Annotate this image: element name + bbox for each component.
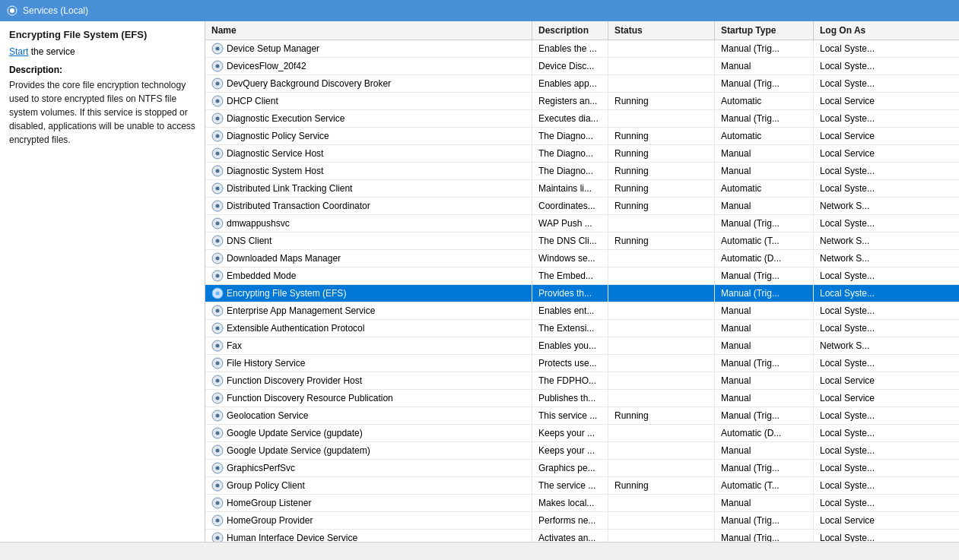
service-logon-cell: Local Syste... — [814, 58, 959, 74]
col-header-name[interactable]: Name — [205, 21, 532, 40]
table-row[interactable]: Google Update Service (gupdatem)Keeps yo… — [205, 442, 959, 460]
service-description-cell: This service ... — [532, 407, 608, 424]
svg-point-71 — [216, 152, 220, 156]
service-logon-cell: Local Service — [814, 512, 959, 529]
table-row[interactable]: Diagnostic Policy ServiceThe Diagno...Ru… — [205, 128, 959, 145]
table-row[interactable]: DevicesFlow_20f42Device Disc...ManualLoc… — [205, 58, 959, 75]
table-row[interactable]: Enterprise App Management ServiceEnables… — [205, 302, 959, 320]
service-logon-cell: Local Service — [814, 128, 959, 144]
service-name: File History Service — [227, 358, 305, 369]
table-row[interactable]: Downloaded Maps ManagerWindows se...Auto… — [205, 250, 959, 267]
service-description-cell: Makes local... — [532, 495, 608, 511]
gear-icon — [211, 78, 224, 90]
service-status-cell — [608, 302, 715, 319]
svg-point-251 — [216, 467, 220, 470]
service-name-cell: Embedded Mode — [205, 267, 532, 284]
gear-icon — [211, 182, 224, 195]
table-row[interactable]: Geolocation ServiceThis service ...Runni… — [205, 407, 959, 425]
service-startup-cell: Manual — [715, 390, 814, 407]
action-suffix: the service — [31, 46, 75, 57]
service-name-cell: Downloaded Maps Manager — [205, 250, 532, 267]
service-name-cell: Encrypting File System (EFS) — [205, 285, 532, 302]
service-logon-cell: Local Syste... — [814, 320, 959, 337]
gear-icon — [211, 112, 224, 125]
svg-point-221 — [216, 414, 220, 418]
table-row[interactable]: Device Setup ManagerEnables the ...Manua… — [205, 40, 959, 58]
service-status-cell — [608, 285, 715, 302]
service-name: Human Interface Device Service — [227, 533, 357, 542]
service-logon-cell: Local Syste... — [814, 425, 959, 441]
gear-icon — [211, 200, 224, 212]
service-startup-cell: Manual — [715, 320, 814, 337]
service-status-cell: Running — [608, 233, 715, 249]
table-row[interactable]: Extensible Authentication ProtocolThe Ex… — [205, 320, 959, 337]
col-header-description[interactable]: Description — [532, 21, 608, 40]
svg-point-151 — [216, 292, 220, 296]
services-title-icon — [6, 5, 18, 17]
gear-icon — [211, 357, 224, 369]
service-description-cell: The Diagno... — [532, 128, 608, 144]
service-startup-cell: Manual (Trig... — [715, 355, 814, 372]
service-logon-cell: Local Service — [814, 372, 959, 389]
service-name: HomeGroup Provider — [227, 515, 313, 526]
col-header-logon[interactable]: Log On As — [814, 21, 959, 40]
service-startup-cell: Manual — [715, 442, 814, 459]
table-row[interactable]: Group Policy ClientThe service ...Runnin… — [205, 477, 959, 495]
service-logon-cell: Local Syste... — [814, 407, 959, 424]
service-description-cell: Windows se... — [532, 250, 608, 267]
table-row[interactable]: DNS ClientThe DNS Cli...RunningAutomatic… — [205, 233, 959, 250]
service-status-cell: Running — [608, 407, 715, 424]
service-startup-cell: Manual (Trig... — [715, 285, 814, 302]
col-header-status[interactable]: Status — [608, 21, 715, 40]
gear-icon — [211, 532, 224, 542]
svg-point-121 — [216, 239, 220, 243]
table-row[interactable]: HomeGroup ListenerMakes local...ManualLo… — [205, 495, 959, 512]
service-startup-cell: Automatic — [715, 180, 814, 197]
svg-point-201 — [216, 379, 220, 383]
col-header-startup[interactable]: Startup Type — [715, 21, 814, 40]
service-logon-cell: Local Syste... — [814, 460, 959, 476]
table-header: Name Description Status Startup Type Log… — [205, 21, 959, 40]
service-name: Google Update Service (gupdatem) — [227, 445, 370, 456]
service-logon-cell: Local Syste... — [814, 110, 959, 127]
service-status-cell — [608, 512, 715, 529]
service-logon-cell: Local Syste... — [814, 180, 959, 197]
table-row[interactable]: Encrypting File System (EFS)Provides th.… — [205, 285, 959, 302]
svg-point-1 — [10, 8, 14, 13]
table-row[interactable]: Diagnostic System HostThe Diagno...Runni… — [205, 163, 959, 180]
start-service-link[interactable]: Start — [9, 46, 28, 57]
table-row[interactable]: dmwappushsvcWAP Push ...Manual (Trig...L… — [205, 215, 959, 233]
service-startup-cell: Manual — [715, 58, 814, 74]
table-row[interactable]: Diagnostic Execution ServiceExecutes dia… — [205, 110, 959, 128]
service-name-cell: Geolocation Service — [205, 407, 532, 424]
service-description-cell: Enables ent... — [532, 302, 608, 319]
table-row[interactable]: Diagnostic Service HostThe Diagno...Runn… — [205, 145, 959, 163]
table-row[interactable]: Human Interface Device ServiceActivates … — [205, 530, 959, 542]
gear-icon — [211, 322, 224, 334]
svg-point-211 — [216, 397, 220, 400]
service-logon-cell: Local Service — [814, 145, 959, 162]
service-name: Encrypting File System (EFS) — [227, 288, 346, 299]
table-row[interactable]: Google Update Service (gupdate)Keeps you… — [205, 425, 959, 442]
svg-point-101 — [216, 204, 220, 208]
table-row[interactable]: Distributed Transaction CoordinatorCoord… — [205, 198, 959, 215]
table-row[interactable]: File History ServiceProtects use...Manua… — [205, 355, 959, 372]
service-startup-cell: Manual (Trig... — [715, 512, 814, 529]
service-startup-cell: Manual (Trig... — [715, 75, 814, 92]
svg-point-91 — [216, 187, 220, 191]
table-row[interactable]: GraphicsPerfSvcGraphics pe...Manual (Tri… — [205, 460, 959, 477]
table-row[interactable]: Function Discovery Provider HostThe FDPH… — [205, 372, 959, 390]
table-row[interactable]: FaxEnables you...ManualNetwork S... — [205, 337, 959, 355]
table-row[interactable]: Function Discovery Resource PublicationP… — [205, 390, 959, 407]
gear-icon — [211, 479, 224, 492]
description-text: Provides the core file encryption techno… — [9, 78, 195, 147]
table-row[interactable]: DevQuery Background Discovery BrokerEnab… — [205, 75, 959, 93]
table-row[interactable]: Embedded ModeThe Embed...Manual (Trig...… — [205, 267, 959, 285]
table-row[interactable]: HomeGroup ProviderPerforms ne...Manual (… — [205, 512, 959, 530]
service-startup-cell: Manual — [715, 302, 814, 319]
table-row[interactable]: DHCP ClientRegisters an...RunningAutomat… — [205, 93, 959, 110]
service-status-cell: Running — [608, 163, 715, 179]
svg-point-161 — [216, 309, 220, 313]
service-logon-cell: Local Syste... — [814, 442, 959, 459]
table-row[interactable]: Distributed Link Tracking ClientMaintain… — [205, 180, 959, 198]
